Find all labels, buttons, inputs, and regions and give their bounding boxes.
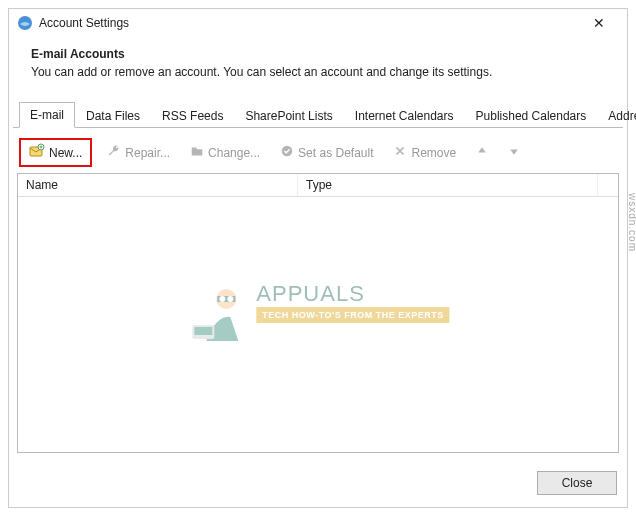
list-header: Name Type bbox=[18, 174, 618, 197]
dialog-footer: Close bbox=[9, 461, 627, 507]
accounts-list: Name Type APPUALS TECH HOW-TO'S FROM THE… bbox=[17, 173, 619, 453]
column-type[interactable]: Type bbox=[298, 174, 598, 196]
wrench-icon bbox=[107, 144, 121, 161]
arrow-up-icon bbox=[476, 145, 488, 160]
move-up-button bbox=[471, 143, 493, 162]
svg-rect-10 bbox=[194, 327, 212, 335]
intro-heading: E-mail Accounts bbox=[31, 47, 605, 61]
svg-rect-9 bbox=[192, 325, 214, 339]
svg-point-7 bbox=[219, 296, 225, 302]
tab-address-books[interactable]: Address Books bbox=[597, 103, 636, 128]
column-end bbox=[598, 174, 618, 196]
mail-new-icon bbox=[29, 143, 45, 162]
set-default-label: Set as Default bbox=[298, 146, 373, 160]
change-button: Change... bbox=[185, 142, 265, 163]
tab-published-calendars[interactable]: Published Calendars bbox=[465, 103, 598, 128]
tab-rss-feeds[interactable]: RSS Feeds bbox=[151, 103, 234, 128]
watermark-sub: TECH HOW-TO'S FROM THE EXPERTS bbox=[256, 307, 449, 323]
column-name[interactable]: Name bbox=[18, 174, 298, 196]
new-button[interactable]: New... bbox=[24, 141, 87, 164]
remove-button: Remove bbox=[388, 142, 461, 163]
title-bar: Account Settings ✕ bbox=[9, 9, 627, 37]
tab-internet-calendars[interactable]: Internet Calendars bbox=[344, 103, 465, 128]
repair-button: Repair... bbox=[102, 142, 175, 163]
set-default-button: Set as Default bbox=[275, 142, 378, 163]
move-down-button bbox=[503, 143, 525, 162]
arrow-down-icon bbox=[508, 145, 520, 160]
svg-marker-4 bbox=[478, 147, 486, 152]
intro-subtext: You can add or remove an account. You ca… bbox=[31, 65, 605, 79]
close-dialog-button[interactable]: Close bbox=[537, 471, 617, 495]
window-title: Account Settings bbox=[39, 16, 129, 30]
tabs: E-mail Data Files RSS Feeds SharePoint L… bbox=[13, 101, 623, 128]
folder-change-icon bbox=[190, 144, 204, 161]
watermark-figure-icon bbox=[186, 281, 250, 345]
tab-data-files[interactable]: Data Files bbox=[75, 103, 151, 128]
svg-point-6 bbox=[216, 289, 236, 309]
svg-point-8 bbox=[227, 296, 233, 302]
remove-label: Remove bbox=[411, 146, 456, 160]
svg-marker-5 bbox=[510, 150, 518, 155]
tab-sharepoint-lists[interactable]: SharePoint Lists bbox=[234, 103, 343, 128]
new-button-highlight: New... bbox=[19, 138, 92, 167]
change-label: Change... bbox=[208, 146, 260, 160]
side-caption: wsxdn.com bbox=[627, 193, 636, 252]
repair-label: Repair... bbox=[125, 146, 170, 160]
app-icon bbox=[17, 15, 33, 31]
remove-x-icon bbox=[393, 144, 407, 161]
watermark-title: APPUALS bbox=[256, 281, 449, 307]
watermark: APPUALS TECH HOW-TO'S FROM THE EXPERTS bbox=[186, 281, 449, 345]
toolbar: New... Repair... Change... Set as Defaul… bbox=[13, 132, 623, 173]
tab-email[interactable]: E-mail bbox=[19, 102, 75, 128]
new-label: New... bbox=[49, 146, 82, 160]
intro-block: E-mail Accounts You can add or remove an… bbox=[9, 37, 627, 101]
account-settings-dialog: Account Settings ✕ E-mail Accounts You c… bbox=[8, 8, 628, 508]
close-button[interactable]: ✕ bbox=[579, 15, 619, 31]
check-circle-icon bbox=[280, 144, 294, 161]
